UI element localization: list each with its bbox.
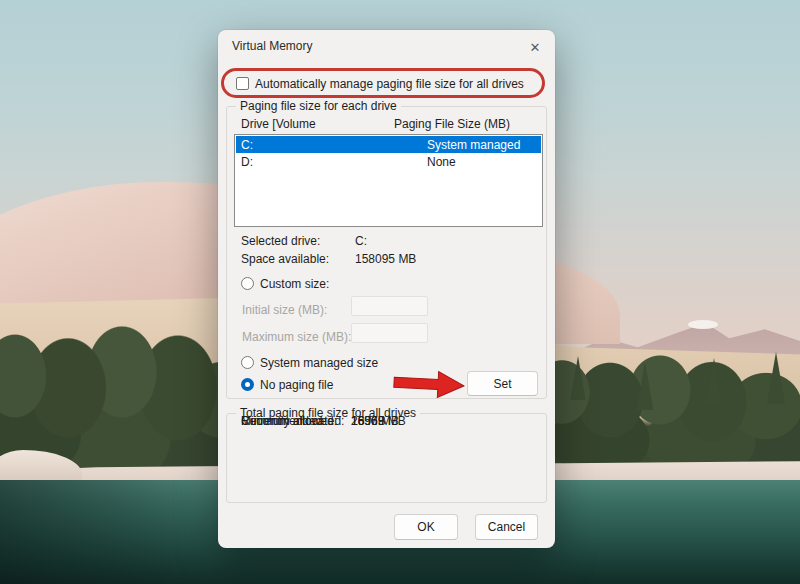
virtual-memory-dialog: Virtual Memory ✕ Automatically manage pa… [218, 30, 555, 548]
dialog-title: Virtual Memory [232, 39, 312, 53]
maximum-size-label: Maximum size (MB): [242, 330, 351, 344]
total-paging-group: Total paging file size for all drives Mi… [226, 413, 547, 503]
ok-button[interactable]: OK [394, 514, 458, 540]
custom-size-radio[interactable] [241, 277, 254, 290]
auto-manage-label: Automatically manage paging file size fo… [255, 77, 524, 91]
total-row-label: Currently allocated: [241, 414, 344, 428]
paging-size-cell: None [427, 155, 456, 169]
drive-row-d[interactable]: D: None [236, 153, 541, 170]
selected-drive-label: Selected drive: [241, 234, 320, 248]
wallpaper-snowcap [688, 320, 718, 329]
cancel-button[interactable]: Cancel [475, 514, 538, 540]
drive-row-c[interactable]: C: System managed [236, 136, 541, 153]
system-managed-radio[interactable] [241, 356, 254, 369]
system-managed-label: System managed size [260, 356, 378, 370]
drive-cell: D: [241, 155, 253, 169]
drive-listbox[interactable]: C: System managed D: None [234, 134, 543, 227]
paging-file-group-label: Paging file size for each drive [236, 99, 401, 113]
maximum-size-input[interactable] [351, 323, 428, 343]
total-row-value: 16569 MB [351, 414, 406, 428]
column-header-drive: Drive [Volume [241, 117, 316, 131]
no-paging-file-label: No paging file [260, 378, 333, 392]
space-available-value: 158095 MB [355, 252, 416, 266]
selected-drive-value: C: [355, 234, 367, 248]
no-paging-file-radio[interactable] [241, 378, 254, 391]
paging-size-cell: System managed [427, 138, 520, 152]
set-button[interactable]: Set [467, 371, 538, 396]
close-icon[interactable]: ✕ [524, 36, 546, 58]
auto-manage-checkbox[interactable] [236, 77, 249, 90]
paging-file-group: Paging file size for each drive Drive [V… [226, 106, 547, 399]
drive-cell: C: [241, 138, 253, 152]
space-available-label: Space available: [241, 252, 329, 266]
initial-size-label: Initial size (MB): [242, 303, 327, 317]
initial-size-input[interactable] [351, 296, 428, 316]
wallpaper-lake-shadow [0, 480, 210, 584]
custom-size-label: Custom size: [260, 277, 329, 291]
column-header-size: Paging File Size (MB) [394, 117, 510, 131]
